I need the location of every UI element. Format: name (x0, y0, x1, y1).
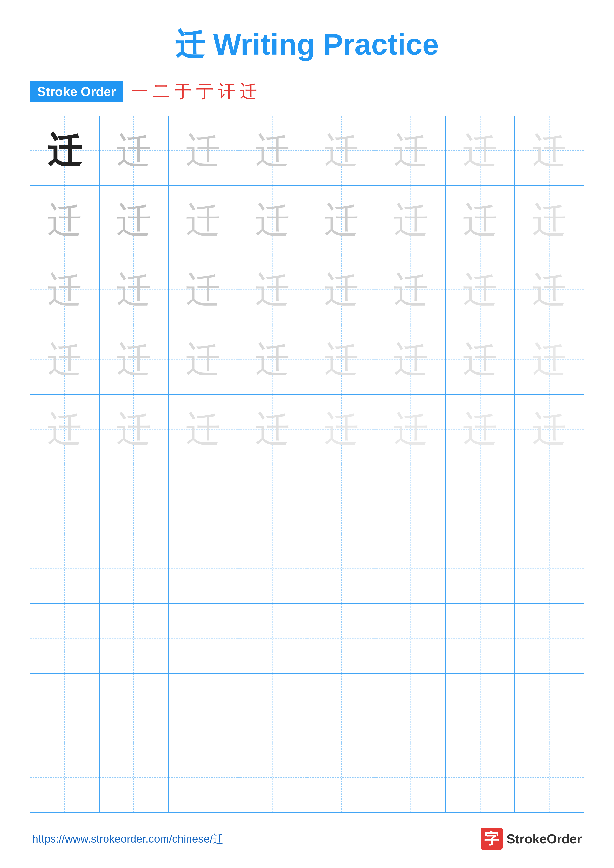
grid-cell[interactable]: 迁 (446, 255, 515, 325)
grid-cell[interactable] (376, 465, 446, 534)
grid-cell[interactable] (515, 604, 584, 673)
grid-cell[interactable]: 迁 (238, 255, 307, 325)
grid-cell[interactable] (446, 465, 515, 534)
grid-cell[interactable]: 迁 (446, 116, 515, 185)
grid-cell[interactable]: 迁 (515, 325, 584, 394)
cell-char: 迁 (532, 273, 567, 307)
cell-char: 迁 (532, 133, 567, 168)
cell-char: 迁 (117, 203, 151, 237)
grid-cell[interactable]: 迁 (446, 325, 515, 394)
grid-cell[interactable] (169, 743, 238, 812)
grid-cell[interactable]: 迁 (238, 395, 307, 464)
stroke-2: 二 (152, 80, 170, 103)
grid-cell[interactable] (307, 465, 377, 534)
grid-cell[interactable] (238, 674, 307, 743)
grid-cell[interactable]: 迁 (30, 325, 99, 394)
grid-cell[interactable] (30, 604, 99, 673)
grid-cell[interactable] (99, 534, 169, 603)
grid-cell[interactable]: 迁 (307, 116, 377, 185)
cell-char: 迁 (47, 412, 82, 446)
cell-char: 迁 (532, 412, 567, 446)
grid-cell[interactable]: 迁 (99, 255, 169, 325)
grid-cell[interactable]: 迁 (169, 395, 238, 464)
grid-cell[interactable] (376, 743, 446, 812)
grid-cell[interactable]: 迁 (307, 395, 377, 464)
grid-cell[interactable]: 迁 (99, 325, 169, 394)
stroke-order-badge: Stroke Order (30, 81, 123, 102)
grid-cell[interactable]: 迁 (30, 255, 99, 325)
grid-cell[interactable]: 迁 (446, 395, 515, 464)
grid-cell[interactable]: 迁 (515, 116, 584, 185)
grid-cell[interactable] (307, 674, 377, 743)
grid-cell[interactable]: 迁 (376, 325, 446, 394)
grid-cell[interactable]: 迁 (376, 395, 446, 464)
grid-cell[interactable]: 迁 (238, 325, 307, 394)
grid-cell[interactable] (376, 674, 446, 743)
grid-cell[interactable] (446, 743, 515, 812)
grid-cell[interactable] (515, 534, 584, 603)
grid-cell[interactable] (30, 534, 99, 603)
grid-cell[interactable] (376, 534, 446, 603)
cell-char: 迁 (532, 203, 567, 237)
stroke-order-row: Stroke Order 一 二 于 亍 讦 迁 (30, 80, 584, 103)
cell-char: 迁 (186, 203, 221, 237)
grid-cell[interactable]: 迁 (169, 116, 238, 185)
grid-row-empty (30, 674, 584, 743)
grid-cell[interactable]: 迁 (169, 255, 238, 325)
cell-char: 迁 (186, 273, 221, 307)
grid-cell[interactable] (30, 465, 99, 534)
grid-cell[interactable]: 迁 (307, 186, 377, 255)
cell-char: 迁 (324, 412, 359, 446)
grid-cell[interactable]: 迁 (169, 325, 238, 394)
grid-cell[interactable]: 迁 (169, 186, 238, 255)
grid-cell[interactable] (238, 534, 307, 603)
grid-cell[interactable] (515, 674, 584, 743)
grid-cell[interactable] (99, 674, 169, 743)
grid-cell[interactable]: 迁 (376, 186, 446, 255)
grid-cell[interactable]: 迁 (99, 186, 169, 255)
grid-cell[interactable] (307, 743, 377, 812)
grid-cell[interactable]: 迁 (30, 395, 99, 464)
grid-cell[interactable] (515, 743, 584, 812)
grid-cell[interactable]: 迁 (376, 255, 446, 325)
grid-cell[interactable] (238, 604, 307, 673)
grid-cell[interactable] (238, 743, 307, 812)
grid-cell[interactable]: 迁 (99, 395, 169, 464)
grid-cell[interactable] (169, 674, 238, 743)
grid-cell[interactable]: 迁 (30, 186, 99, 255)
grid-cell[interactable] (30, 743, 99, 812)
strokeorder-icon: 字 (480, 828, 503, 850)
grid-cell[interactable]: 迁 (238, 186, 307, 255)
grid-cell[interactable] (169, 534, 238, 603)
grid-cell[interactable]: 迁 (515, 255, 584, 325)
grid-cell[interactable] (446, 604, 515, 673)
grid-cell[interactable]: 迁 (238, 116, 307, 185)
grid-cell[interactable]: 迁 (99, 116, 169, 185)
grid-cell[interactable]: 迁 (307, 325, 377, 394)
grid-cell[interactable] (169, 465, 238, 534)
cell-char: 迁 (186, 412, 221, 446)
grid-cell[interactable]: 迁 (307, 255, 377, 325)
cell-char: 迁 (393, 343, 428, 377)
grid-row: 迁 迁 迁 迁 迁 迁 迁 迁 (30, 395, 584, 465)
grid-cell[interactable]: 迁 (515, 186, 584, 255)
grid-cell[interactable] (515, 465, 584, 534)
grid-cell[interactable] (307, 604, 377, 673)
cell-char: 迁 (463, 343, 497, 377)
grid-cell[interactable] (376, 604, 446, 673)
grid-cell[interactable] (169, 604, 238, 673)
stroke-5: 讦 (218, 80, 235, 103)
grid-cell[interactable] (446, 674, 515, 743)
grid-cell[interactable] (99, 604, 169, 673)
grid-cell[interactable] (99, 743, 169, 812)
grid-cell[interactable]: 迁 (446, 186, 515, 255)
cell-char: 迁 (393, 412, 428, 446)
grid-cell[interactable] (99, 465, 169, 534)
grid-cell[interactable]: 迁 (30, 116, 99, 185)
grid-cell[interactable] (307, 534, 377, 603)
grid-cell[interactable] (446, 534, 515, 603)
grid-cell[interactable] (30, 674, 99, 743)
grid-cell[interactable]: 迁 (515, 395, 584, 464)
grid-cell[interactable]: 迁 (376, 116, 446, 185)
grid-cell[interactable] (238, 465, 307, 534)
